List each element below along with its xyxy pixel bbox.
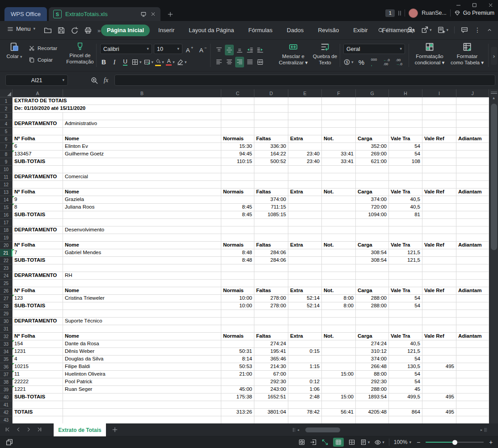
go-premium-button[interactable]: Go Premium bbox=[454, 10, 494, 16]
cell-A29[interactable] bbox=[13, 310, 63, 318]
cell-G11[interactable] bbox=[356, 173, 389, 181]
cell-C32[interactable]: Normais bbox=[221, 333, 254, 340]
cell-G2[interactable] bbox=[356, 105, 389, 113]
cell-H1[interactable] bbox=[389, 97, 422, 105]
cell-H33[interactable]: 40,5 bbox=[389, 340, 422, 348]
cell-F18[interactable] bbox=[322, 226, 356, 234]
cell-A26[interactable]: Nº Folha bbox=[13, 287, 63, 295]
cell-E7[interactable] bbox=[288, 143, 322, 151]
cell-G25[interactable] bbox=[356, 280, 389, 287]
cell-B33[interactable]: Dante da Rosa bbox=[63, 340, 221, 348]
cell-H34[interactable]: 121,5 bbox=[389, 348, 422, 356]
row-header-26[interactable]: 26 bbox=[0, 287, 13, 295]
cell-C7[interactable]: 15:30 bbox=[221, 143, 254, 151]
cell-J17[interactable] bbox=[456, 219, 489, 226]
cell-D10[interactable] bbox=[254, 166, 288, 173]
cell-A15[interactable]: 8 bbox=[13, 204, 63, 211]
cell-D4[interactable] bbox=[254, 120, 288, 128]
cell-E13[interactable]: Extra bbox=[288, 188, 322, 196]
cell-C35[interactable]: 8:14 bbox=[221, 356, 254, 363]
paste-button[interactable]: Colar ▾ bbox=[4, 42, 25, 59]
cell-B1[interactable] bbox=[63, 97, 221, 105]
align-center-button[interactable] bbox=[225, 57, 234, 67]
cell-E19[interactable] bbox=[288, 234, 322, 242]
cell-A21[interactable]: 7 bbox=[13, 249, 63, 257]
cell-E3[interactable] bbox=[288, 113, 322, 120]
cell-D32[interactable]: Faltas bbox=[254, 333, 288, 340]
cell-A8[interactable]: 133457 bbox=[13, 151, 63, 158]
cell-C37[interactable]: 21:00 bbox=[221, 371, 254, 378]
cell-C9[interactable]: 110:15 bbox=[221, 158, 254, 166]
cell-A36[interactable]: 10215 bbox=[13, 363, 63, 371]
cell-I35[interactable] bbox=[422, 356, 456, 363]
insert-function-icon[interactable]: fx bbox=[104, 77, 108, 84]
row-header-28[interactable]: 28 bbox=[0, 302, 13, 310]
cell-E16[interactable] bbox=[288, 211, 322, 219]
row-header-7[interactable]: 7 bbox=[0, 143, 13, 151]
add-sheet-button[interactable] bbox=[112, 427, 118, 433]
cell-E10[interactable] bbox=[288, 166, 322, 173]
cell-C10[interactable] bbox=[221, 166, 254, 173]
cell-A42[interactable]: TOTAIS bbox=[13, 409, 63, 416]
scroll-up-icon[interactable]: ▲ bbox=[490, 96, 498, 100]
collapse-ribbon-icon[interactable] bbox=[486, 27, 493, 33]
row-header-36[interactable]: 36 bbox=[0, 363, 13, 371]
cell-F4[interactable] bbox=[322, 120, 356, 128]
cell-I5[interactable] bbox=[422, 128, 456, 135]
row-header-34[interactable]: 34 bbox=[0, 348, 13, 356]
cell-F32[interactable]: Not. bbox=[322, 333, 356, 340]
cell-C12[interactable] bbox=[221, 181, 254, 188]
cell-J3[interactable] bbox=[456, 113, 489, 120]
decrease-font-button[interactable]: A− bbox=[198, 45, 207, 55]
cell-J16[interactable] bbox=[456, 211, 489, 219]
cell-H39[interactable]: 45 bbox=[389, 386, 422, 394]
cell-G32[interactable]: Carga bbox=[356, 333, 389, 340]
cell-F37[interactable]: 15:00 bbox=[322, 371, 356, 378]
italic-button[interactable]: I bbox=[110, 57, 119, 67]
cell-H6[interactable]: Vale Tra bbox=[389, 135, 422, 143]
column-header-I[interactable]: I bbox=[422, 89, 456, 97]
cell-E35[interactable] bbox=[288, 356, 322, 363]
cell-I11[interactable] bbox=[422, 173, 456, 181]
cell-I39[interactable] bbox=[422, 386, 456, 394]
cell-G21[interactable]: 308:54 bbox=[356, 249, 389, 257]
cell-G34[interactable]: 310:12 bbox=[356, 348, 389, 356]
cell-J25[interactable] bbox=[456, 280, 489, 287]
cell-B24[interactable]: RH bbox=[63, 272, 221, 280]
cell-G22[interactable]: 308:54 bbox=[356, 257, 389, 264]
cell-F43[interactable] bbox=[322, 416, 356, 423]
cell-B43[interactable] bbox=[63, 416, 221, 423]
row-header-18[interactable]: 18 bbox=[0, 226, 13, 234]
cell-E26[interactable]: Extra bbox=[288, 287, 322, 295]
cell-C21[interactable]: 8:48 bbox=[221, 249, 254, 257]
cell-J19[interactable] bbox=[456, 234, 489, 242]
cell-C27[interactable]: 10:00 bbox=[221, 295, 254, 302]
cell-B20[interactable]: Nome bbox=[63, 242, 221, 249]
cell-G17[interactable] bbox=[356, 219, 389, 226]
row-header-1[interactable]: 1 bbox=[0, 97, 13, 105]
cell-C4[interactable] bbox=[221, 120, 254, 128]
cell-I17[interactable] bbox=[422, 219, 456, 226]
cell-C34[interactable]: 50:31 bbox=[221, 348, 254, 356]
cell-J13[interactable]: Adiantam bbox=[456, 188, 489, 196]
format-painter-button[interactable]: Pincel de Formatação bbox=[66, 42, 94, 65]
cell-C16[interactable]: 8:45 bbox=[221, 211, 254, 219]
share-button[interactable]: ▾ bbox=[421, 26, 432, 34]
cell-B37[interactable]: Huelinton Oliveira bbox=[63, 371, 221, 378]
cell-E39[interactable]: 1:06 bbox=[288, 386, 322, 394]
row-header-6[interactable]: 6 bbox=[0, 135, 13, 143]
cell-F6[interactable]: Not. bbox=[322, 135, 356, 143]
split-handle-icon[interactable] bbox=[491, 90, 497, 95]
cell-E42[interactable]: 78:42 bbox=[288, 409, 322, 416]
cell-A19[interactable] bbox=[13, 234, 63, 242]
cell-G6[interactable]: Carga bbox=[356, 135, 389, 143]
cell-J34[interactable] bbox=[456, 348, 489, 356]
cell-H38[interactable]: 54 bbox=[389, 378, 422, 386]
cell-B32[interactable]: Nome bbox=[63, 333, 221, 340]
first-sheet-icon[interactable] bbox=[4, 427, 10, 432]
cell-D38[interactable]: 292:30 bbox=[254, 378, 288, 386]
cell-J11[interactable] bbox=[456, 173, 489, 181]
cell-A35[interactable]: 4 bbox=[13, 356, 63, 363]
cell-C25[interactable] bbox=[221, 280, 254, 287]
row-header-43[interactable]: 43 bbox=[0, 416, 13, 423]
